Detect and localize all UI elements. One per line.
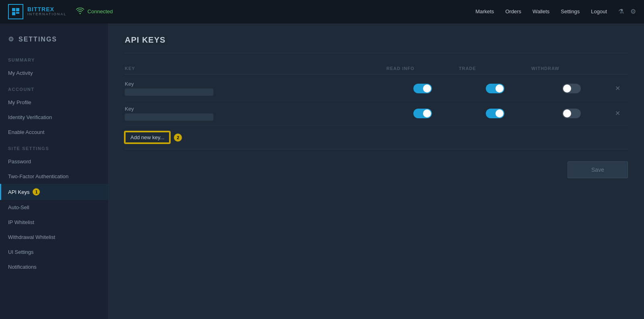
col-read-info: READ INFO [386, 66, 459, 71]
top-navigation: BITTREX INTERNATIONAL Connected Markets … [0, 0, 644, 23]
main-layout: ⚙ SETTINGS SUMMARY My Activity ACCOUNT M… [0, 23, 644, 319]
sidebar-item-my-activity[interactable]: My Activity [0, 66, 108, 80]
key-cell-1: Key [125, 81, 386, 96]
table-header: KEY READ INFO TRADE WITHDRAW [125, 63, 628, 74]
brand-name: BITTREX [27, 6, 66, 12]
title-divider [125, 53, 628, 53]
svg-rect-1 [16, 8, 19, 11]
brand-sub: INTERNATIONAL [27, 12, 66, 16]
nav-icons: ⚗ ⚙ [618, 8, 636, 15]
api-keys-table: KEY READ INFO TRADE WITHDRAW Key [125, 63, 628, 149]
nav-right: Markets Orders Wallets Settings Logout ⚗… [475, 8, 636, 15]
settings-gear-icon[interactable]: ⚙ [630, 8, 636, 15]
toggle-trade-2[interactable] [459, 109, 531, 118]
table-row: Key [125, 76, 628, 101]
add-new-key-button[interactable]: Add new key... [125, 132, 170, 143]
col-trade: TRADE [459, 66, 531, 71]
settings-gear-icon: ⚙ [8, 35, 14, 43]
section-account: ACCOUNT [0, 80, 108, 95]
nav-left: BITTREX INTERNATIONAL Connected [8, 4, 113, 19]
toggle-slider [486, 84, 504, 93]
toggle-read-info-switch-1[interactable] [413, 84, 432, 93]
section-summary: SUMMARY [0, 51, 108, 66]
sidebar-item-two-factor[interactable]: Two-Factor Authentication [0, 169, 108, 184]
delete-cell-1: ✕ [612, 83, 628, 94]
logo-box [8, 4, 23, 19]
connection-label: Connected [87, 8, 113, 14]
toggle-slider [562, 109, 581, 118]
col-delete [612, 66, 628, 71]
key-value-bar-1 [125, 88, 213, 96]
key-label-2: Key [125, 106, 386, 112]
svg-rect-0 [12, 8, 15, 11]
sidebar-item-enable-account[interactable]: Enable Account [0, 125, 108, 140]
toggle-read-info-switch-2[interactable] [413, 109, 432, 118]
wifi-icon [76, 8, 84, 16]
key-cell-2: Key [125, 106, 386, 121]
toggle-read-info-1[interactable] [386, 84, 459, 93]
nav-wallets[interactable]: Wallets [533, 8, 549, 14]
toggle-trade-switch-1[interactable] [486, 84, 504, 93]
toggle-slider [413, 84, 432, 93]
sidebar-item-ui-settings[interactable]: UI Settings [0, 245, 108, 259]
sidebar-item-api-keys[interactable]: API Keys 1 [0, 184, 108, 200]
section-site-settings: SITE SETTINGS [0, 140, 108, 154]
toggle-withdraw-2[interactable] [531, 109, 612, 118]
col-withdraw: WITHDRAW [531, 66, 612, 71]
sidebar-item-notifications[interactable]: Notifications [0, 259, 108, 274]
save-area: Save [125, 161, 628, 178]
toggle-read-info-2[interactable] [386, 109, 459, 118]
toggle-slider [486, 109, 504, 118]
delete-row-1-button[interactable]: ✕ [612, 83, 623, 94]
add-key-row: Add new key... 2 [125, 126, 628, 149]
logo-text: BITTREX INTERNATIONAL [27, 6, 66, 16]
connection-status: Connected [76, 8, 113, 16]
settings-title: SETTINGS [19, 36, 57, 43]
key-label-1: Key [125, 81, 386, 87]
delete-cell-2: ✕ [612, 108, 628, 119]
sidebar-item-auto-sell[interactable]: Auto-Sell [0, 200, 108, 215]
nav-markets[interactable]: Markets [475, 8, 494, 14]
toggle-withdraw-switch-1[interactable] [562, 84, 581, 93]
logo-icon [11, 7, 20, 16]
toggle-withdraw-1[interactable] [531, 84, 612, 93]
sidebar-item-my-profile[interactable]: My Profile [0, 95, 108, 110]
main-content: API KEYS KEY READ INFO TRADE WITHDRAW Ke… [109, 23, 644, 319]
nav-logout[interactable]: Logout [591, 8, 607, 14]
toggle-withdraw-switch-2[interactable] [562, 109, 581, 118]
api-keys-annotation-badge: 1 [33, 188, 40, 196]
delete-row-2-button[interactable]: ✕ [612, 108, 623, 119]
sidebar-item-ip-whitelist[interactable]: IP Whitelist [0, 215, 108, 230]
col-key: KEY [125, 66, 386, 71]
settings-header: ⚙ SETTINGS [0, 31, 108, 51]
sidebar-item-password[interactable]: Password [0, 154, 108, 169]
page-title: API KEYS [125, 35, 628, 45]
svg-rect-2 [12, 12, 15, 15]
toggle-slider [413, 109, 432, 118]
key-value-bar-2 [125, 113, 213, 121]
sidebar-item-withdrawal-whitelist[interactable]: Withdrawal Whitelist [0, 230, 108, 245]
flask-icon[interactable]: ⚗ [618, 8, 624, 15]
add-key-annotation-badge: 2 [174, 134, 182, 142]
table-row: Key [125, 101, 628, 126]
nav-settings[interactable]: Settings [561, 8, 580, 14]
nav-orders[interactable]: Orders [505, 8, 521, 14]
toggle-slider [562, 84, 581, 93]
svg-rect-3 [16, 12, 19, 14]
toggle-trade-switch-2[interactable] [486, 109, 504, 118]
logo[interactable]: BITTREX INTERNATIONAL [8, 4, 66, 19]
save-button[interactable]: Save [568, 161, 628, 178]
toggle-trade-1[interactable] [459, 84, 531, 93]
sidebar-item-identity-verification[interactable]: Identity Verification [0, 110, 108, 125]
sidebar: ⚙ SETTINGS SUMMARY My Activity ACCOUNT M… [0, 23, 109, 319]
